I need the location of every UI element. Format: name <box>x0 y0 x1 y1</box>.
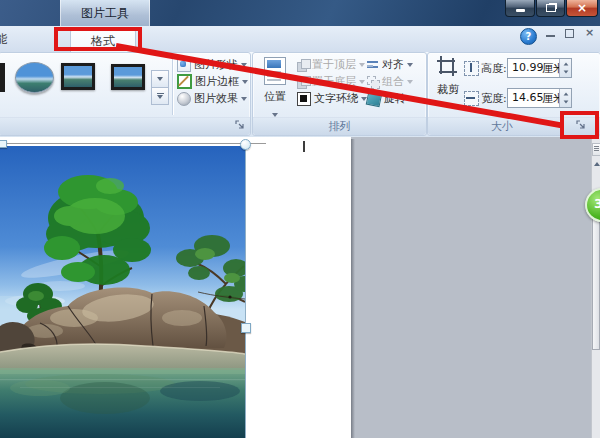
text-wrapping-icon <box>297 92 311 106</box>
chevron-down-icon <box>157 77 163 81</box>
tab-partial-left[interactable]: 能 <box>0 31 7 48</box>
picture-border-button[interactable]: 图片边框 <box>177 74 248 89</box>
picture-style-thumbnail-oval[interactable] <box>15 62 54 93</box>
chevron-down-icon <box>407 63 413 67</box>
bring-to-front-icon <box>297 59 309 71</box>
picture-style-thumbnail-frame-2[interactable] <box>111 64 145 90</box>
crop-icon <box>437 56 459 78</box>
close-icon: × <box>577 1 587 15</box>
picture-style-thumbnail-frame-1[interactable] <box>61 63 95 90</box>
chevron-down-icon <box>157 95 163 99</box>
selection-handle-right-middle[interactable] <box>241 323 251 333</box>
chevron-down-icon <box>359 80 365 84</box>
ribbon: 图片形状 图片边框 图片效果 位置 <box>0 52 600 138</box>
close-button[interactable]: × <box>566 0 598 17</box>
floating-ball-text: 3 <box>594 196 600 211</box>
height-spinner[interactable]: 10.99 厘米 <box>507 58 572 78</box>
width-value: 14.65 <box>512 91 544 104</box>
minimize-icon <box>516 9 525 12</box>
chevron-up-icon <box>594 162 600 166</box>
annotation-box-size-launcher <box>560 111 599 139</box>
document-area: 3 <box>0 137 600 438</box>
align-button[interactable]: 对齐 <box>367 57 413 72</box>
crop-button[interactable]: 裁剪 <box>431 55 465 99</box>
ruler-toggle-button[interactable] <box>592 143 600 156</box>
vertical-scrollbar[interactable] <box>591 137 600 438</box>
dialog-launcher-icon <box>235 120 246 131</box>
picture-border-icon <box>177 74 192 89</box>
title-bar: 图片工具 × <box>0 0 600 26</box>
chevron-down-icon <box>407 80 413 84</box>
width-spinner-arrows[interactable] <box>559 89 571 107</box>
spinner-down-icon <box>563 70 568 73</box>
contextual-tool-title: 图片工具 <box>81 6 129 20</box>
gallery-more-button[interactable] <box>151 87 169 105</box>
group-objects-icon <box>367 76 379 88</box>
selection-handle-top-left[interactable] <box>0 140 7 148</box>
height-icon <box>464 61 479 76</box>
height-label: 高度: <box>481 61 507 76</box>
thumbnail-landscape <box>114 67 142 87</box>
text-wrapping-button[interactable]: 文字环绕 <box>297 91 367 106</box>
word-picture-tools-window: 图片工具 × 能 格式 ? × 图片形状 <box>0 0 600 438</box>
chevron-down-icon <box>241 97 247 101</box>
bring-to-front-button[interactable]: 置于顶层 <box>297 57 365 72</box>
width-spinner[interactable]: 14.65 厘米 <box>507 88 572 108</box>
window-controls: × <box>505 0 598 17</box>
annotation-box-format-tab <box>54 27 142 51</box>
scrollbar-thumb[interactable] <box>592 205 600 350</box>
width-icon <box>464 91 479 106</box>
align-icon <box>367 59 379 71</box>
position-button[interactable]: 位置 <box>257 55 293 115</box>
spinner-down-icon <box>563 100 568 103</box>
page-shadow <box>351 139 355 438</box>
arrange-group-label: 排列 <box>253 117 426 135</box>
chevron-down-icon <box>359 63 365 67</box>
picture-style-thumbnail-partial[interactable] <box>0 63 5 92</box>
height-value: 10.99 <box>512 61 544 74</box>
more-bar-icon <box>157 93 164 94</box>
thumbnail-landscape <box>64 66 92 87</box>
spinner-up-icon <box>563 63 568 66</box>
minimize-button[interactable] <box>505 0 535 17</box>
selected-picture[interactable] <box>0 146 246 438</box>
text-cursor <box>303 141 305 152</box>
picture-effects-icon <box>177 92 191 106</box>
restore-icon <box>546 4 556 12</box>
document-close-icon[interactable]: × <box>585 26 594 39</box>
selection-handle-top-right[interactable] <box>240 139 251 150</box>
selection-top-line <box>0 143 266 144</box>
gallery-scroll-down-button[interactable] <box>151 70 169 88</box>
group-separator <box>172 57 173 115</box>
picture-styles-group-footer <box>0 117 250 135</box>
width-label: 宽度: <box>481 91 507 106</box>
chevron-down-icon <box>272 113 278 117</box>
help-button[interactable]: ? <box>520 28 537 45</box>
scroll-up-button[interactable] <box>592 158 600 170</box>
document-restore-icon[interactable] <box>565 29 574 38</box>
group-button[interactable]: 组合 <box>367 74 413 89</box>
restore-button[interactable] <box>536 0 565 17</box>
contextual-tool-tab[interactable]: 图片工具 <box>60 0 150 27</box>
chevron-down-icon <box>242 80 248 84</box>
height-spinner-arrows[interactable] <box>559 59 571 77</box>
floating-assistant-ball[interactable]: 3 <box>585 188 600 222</box>
document-minimize-icon[interactable] <box>546 35 555 37</box>
spinner-up-icon <box>563 93 568 96</box>
picture-effects-button[interactable]: 图片效果 <box>177 91 247 106</box>
picture-styles-dialog-launcher[interactable] <box>235 120 246 131</box>
